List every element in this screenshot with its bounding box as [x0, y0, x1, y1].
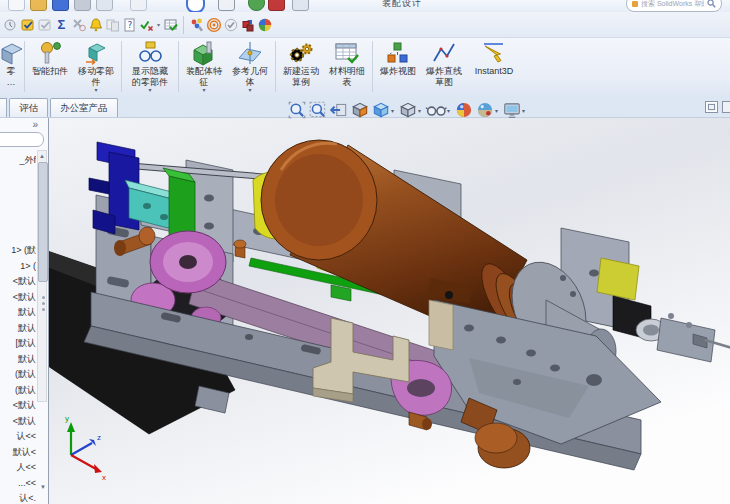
color-swatch-icon[interactable] [268, 0, 285, 11]
restore-window-icon[interactable] [705, 101, 718, 113]
tree-item[interactable]: (默认 [0, 367, 36, 383]
history-icon[interactable] [2, 16, 19, 34]
panel-splitter-grip[interactable] [42, 296, 45, 311]
bill-of-materials-button[interactable]: 材料明细表 [324, 38, 370, 95]
compare-disabled-icon[interactable] [104, 16, 121, 34]
rebuild-icon[interactable] [130, 0, 147, 11]
dropdown-arrow-icon[interactable]: ▾ [202, 87, 205, 94]
view-settings-icon[interactable]: ▾ [502, 100, 528, 120]
tree-filter-input[interactable] [0, 132, 44, 147]
deviation-blocks-icon[interactable] [239, 16, 256, 34]
open-folder-icon[interactable] [30, 0, 47, 11]
dropdown-arrow-icon[interactable]: ▾ [148, 87, 151, 94]
equations-sigma-icon[interactable]: Σ [53, 16, 70, 34]
button-label: 材料明细表 [325, 66, 369, 87]
button-label: 移动零部件 [74, 66, 118, 87]
tree-item[interactable]: 人<< [0, 460, 36, 476]
tree-item[interactable]: <默认 [0, 398, 36, 414]
move-component-button[interactable]: 移动零部件 ▾ [73, 38, 119, 95]
close-window-icon-partial[interactable] [722, 101, 730, 113]
previous-view-icon[interactable] [329, 100, 349, 120]
motion-rings-icon[interactable] [205, 16, 222, 34]
help-doc-icon[interactable]: ? [121, 16, 138, 34]
view-orientation-icon[interactable]: ▾ [371, 100, 397, 120]
hide-show-items-icon[interactable]: ▾ [425, 100, 453, 120]
command-manager-ribbon: 零 … 智能扣件 移动零部件 ▾ 显示隐藏的零部件 ▾ 装配体特征 [0, 38, 730, 96]
assembly-features-button[interactable]: 装配体特征 ▾ [181, 38, 227, 95]
bill-of-materials-icon [334, 40, 360, 66]
tree-item[interactable]: <默认 [0, 290, 36, 306]
tab-evaluate[interactable]: 评估 [9, 98, 48, 117]
tree-item[interactable]: 认<. [0, 491, 36, 504]
dropdown-arrow-icon[interactable]: ▾ [94, 87, 97, 94]
dropdown-arrow-icon[interactable]: ▾ [248, 87, 251, 94]
zoom-fit-icon[interactable] [287, 100, 307, 120]
new-motion-study-button[interactable]: 新建运动算例 [278, 38, 324, 95]
exploded-view-button[interactable]: 爆炸视图 [375, 38, 421, 95]
tree-item[interactable]: 1> (默 [0, 243, 36, 259]
save-icon[interactable] [52, 0, 69, 11]
graphics-area[interactable]: y z x [49, 118, 730, 504]
tree-item[interactable]: 默认 [0, 352, 36, 368]
render-sphere-icon[interactable] [256, 16, 273, 34]
scroll-down-icon[interactable]: ▼ [40, 484, 46, 490]
print-icon[interactable] [74, 0, 91, 11]
apply-scene-icon[interactable]: ▾ [475, 100, 501, 120]
ribbon-separator [275, 41, 276, 92]
no-external-ref-icon[interactable] [70, 16, 87, 34]
button-label: 参考几何体 [228, 66, 272, 87]
explode-line-sketch-icon [431, 40, 457, 66]
scrollbar-thumb[interactable] [38, 162, 48, 282]
undo-icon[interactable] [186, 0, 205, 12]
tools-toolbar: Σ ? ▾ [0, 12, 730, 38]
select-icon[interactable] [218, 0, 235, 11]
show-hidden-components-icon [137, 40, 163, 66]
window-icon[interactable] [292, 0, 309, 11]
zoom-area-icon[interactable] [308, 100, 328, 120]
reference-geometry-button[interactable]: 参考几何体 ▾ [227, 38, 273, 95]
tree-item[interactable]: 1> ( [0, 259, 36, 275]
design-checker-icon[interactable] [19, 16, 36, 34]
display-style-icon[interactable]: ▾ [398, 100, 424, 120]
button-label: 显示隐藏的零部件 [128, 66, 172, 87]
check-circle-icon[interactable] [222, 16, 239, 34]
smart-fasteners-button[interactable]: 智能扣件 [27, 38, 73, 95]
new-doc-icon[interactable] [8, 0, 25, 11]
appearance-paint-icon[interactable] [188, 16, 205, 34]
edit-appearance-icon[interactable] [454, 100, 474, 120]
heads-up-view-toolbar: ▾ ▾ ▾ ▾ ▾ [287, 100, 528, 120]
triad-x-label: x [102, 473, 106, 482]
instant3d-button[interactable]: Instant3D [467, 38, 521, 95]
tree-item[interactable]: <默认 [0, 414, 36, 430]
panel-expand-chevron[interactable]: » [32, 119, 38, 130]
tree-scrollbar[interactable]: ▲ [37, 150, 47, 402]
verify-check-x-icon[interactable] [138, 16, 155, 34]
tree-item[interactable]: <默认 [0, 274, 36, 290]
assembly-model[interactable]: y z x [49, 118, 730, 504]
tree-root-item[interactable]: _外f [0, 154, 36, 167]
tree-item[interactable]: ...<< [0, 476, 36, 492]
explode-line-sketch-button[interactable]: 爆炸直线草图 [421, 38, 467, 95]
scroll-up-icon[interactable]: ▲ [38, 151, 46, 161]
tree-item[interactable]: [默认 [0, 336, 36, 352]
toolbar-separator [183, 16, 184, 34]
tree-item[interactable]: 默认< [0, 445, 36, 461]
tab-partial[interactable] [0, 98, 7, 117]
tree-item[interactable]: 默认 [0, 321, 36, 337]
tree-item[interactable]: 默认 [0, 305, 36, 321]
show-hidden-components-button[interactable]: 显示隐藏的零部件 ▾ [124, 38, 176, 95]
tree-item[interactable]: (默认 [0, 383, 36, 399]
solidworks-window: 装配设计 搜索 SolidWorks 帮助 Σ ? ▾ [0, 0, 730, 504]
dropdown-arrow-icon[interactable]: ▾ [155, 21, 162, 28]
tree-item[interactable]: 认<< [0, 429, 36, 445]
alert-bell-icon[interactable] [87, 16, 104, 34]
search-box[interactable]: 搜索 SolidWorks 帮助 [626, 0, 722, 12]
table-evaluate-icon[interactable] [162, 16, 179, 34]
section-view-icon[interactable] [350, 100, 370, 120]
check-disabled-icon[interactable] [36, 16, 53, 34]
tab-office-products[interactable]: 办公室产品 [50, 98, 118, 117]
options-icon[interactable] [96, 0, 113, 11]
magnifier-icon[interactable] [707, 0, 716, 8]
triad-y-label: y [65, 414, 69, 423]
insert-component-button-partial[interactable]: 零 … [0, 38, 22, 95]
